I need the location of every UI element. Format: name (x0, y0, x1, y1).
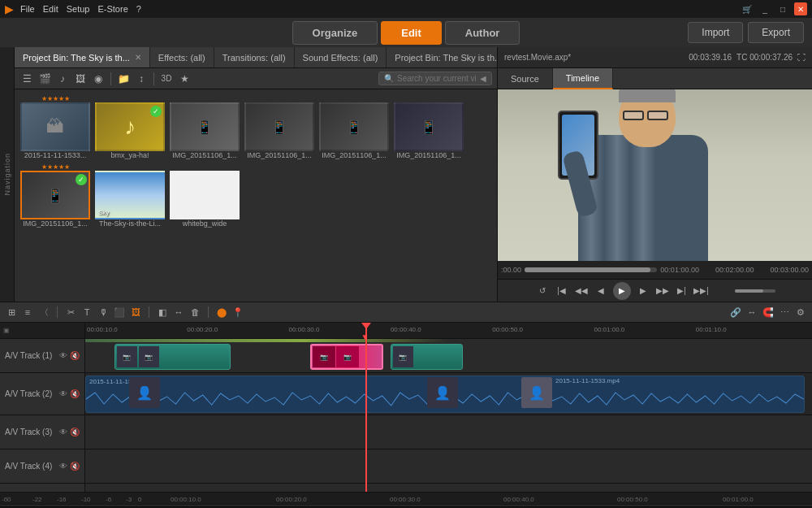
tab-project-bin-1[interactable]: Project Bin: The Sky is th... ✕ (15, 47, 150, 68)
tl-audio-icon[interactable]: 🎙 (97, 306, 110, 319)
author-tab[interactable]: Author (445, 21, 520, 45)
image-icon[interactable]: 🖼 (73, 72, 88, 86)
preview-expand-icon[interactable]: ⛶ (797, 53, 806, 62)
loop-icon[interactable]: ↺ (535, 284, 550, 298)
app-icon: ▶ (5, 2, 14, 15)
track-labels: ▣ A/V Track (1) 👁 🔇 A/V Track (2) 👁 🔇 A/… (0, 323, 85, 492)
track-4-mute[interactable]: 🔇 (70, 462, 80, 471)
tab-sound-effects[interactable]: Sound Effects: (all) (295, 47, 387, 68)
timeline-tab[interactable]: Timeline (553, 68, 613, 89)
media-item-5[interactable]: 📱 IMG_20151106_1... (318, 94, 390, 159)
track-1-eye[interactable]: 👁 (59, 351, 67, 360)
tl-text-icon[interactable]: T (80, 306, 93, 319)
clip-1-1[interactable]: 📷 📷 (114, 344, 231, 370)
media-item-9[interactable]: whitebg_wide (169, 163, 240, 228)
media-item-4[interactable]: 📱 IMG_20151106_1... (244, 94, 315, 159)
track-4-name: A/V Track (4) (5, 462, 52, 471)
view-list-icon[interactable]: 📁 (116, 72, 131, 86)
next-clip-btn[interactable]: ▶| (675, 284, 689, 298)
step-fwd-btn[interactable]: ▶ (636, 284, 650, 298)
content-tab-bar: Project Bin: The Sky is th... ✕ Effects:… (15, 47, 497, 68)
person-glasses (623, 111, 672, 120)
import-button[interactable]: Import (688, 22, 743, 43)
track-1-icons: 👁 🔇 (59, 351, 80, 360)
prev-clip-btn[interactable]: |◀ (555, 284, 569, 298)
end-btn[interactable]: ▶▶| (694, 284, 709, 298)
top-navigation: Organize Edit Author Import Export (0, 18, 812, 47)
menu-estore[interactable]: E-Store (97, 4, 127, 14)
track-2-mute[interactable]: 🔇 (70, 389, 80, 398)
media-item-3[interactable]: 📱 IMG_20151106_1... (169, 94, 240, 159)
clip-1-2[interactable]: 📷 (391, 344, 464, 370)
tl-magnet-icon[interactable]: 🧲 (762, 306, 775, 319)
menu-setup[interactable]: Setup (67, 4, 90, 14)
minimize-button[interactable]: 🛒 (741, 2, 754, 15)
tl-media-icon[interactable]: ⬛ (113, 306, 126, 319)
tl-photo-icon[interactable]: 🖼 (129, 306, 142, 319)
tl-transition-icon[interactable]: ◧ (156, 306, 169, 319)
tl-list-icon[interactable]: ≡ (21, 306, 34, 319)
tl-link-icon[interactable]: 🔗 (729, 306, 742, 319)
tl-size-icon[interactable]: ↔ (172, 306, 185, 319)
edit-tab[interactable]: Edit (381, 21, 442, 45)
filter-icon[interactable]: ◉ (91, 72, 106, 86)
preview-timeline-bar: :00.00 00:01:00.00 00:02:00.00 00:03:00.… (498, 261, 812, 279)
view-icon[interactable]: ◀ (480, 74, 486, 83)
track-1-mute[interactable]: 🔇 (70, 351, 80, 360)
tl-red-dot[interactable]: ⬤ (215, 306, 228, 319)
tl-grid-icon[interactable]: ⊞ (5, 306, 18, 319)
minimize-btn[interactable]: _ (758, 2, 771, 15)
timeline-toolbar: ⊞ ≡ 〈 ✂ T 🎙 ⬛ 🖼 ◧ ↔ 🗑 ⬤ 📍 🔗 ↔ 🧲 ⋯ ⚙ (0, 302, 812, 323)
step-back-btn[interactable]: ◀ (594, 284, 608, 298)
stars-1: ★★★★★ (41, 94, 70, 102)
tab-transitions[interactable]: Transitions: (all) (214, 47, 295, 68)
ruler-spacer: ▣ (0, 323, 84, 339)
track-2-eye[interactable]: 👁 (59, 389, 67, 398)
track-3-mute[interactable]: 🔇 (70, 428, 80, 436)
rewind-btn[interactable]: ◀◀ (574, 284, 589, 298)
sort-icon[interactable]: ↕ (134, 72, 149, 86)
tl-more-icon[interactable]: ⋯ (778, 306, 791, 319)
media-item-8[interactable]: Sky The-Sky-is-the-Li... (94, 163, 166, 228)
tl-razor-icon[interactable]: ✂ (64, 306, 77, 319)
fast-fwd-btn[interactable]: ▶▶ (655, 284, 670, 298)
preview-header: revtest.Movie.axp* 00:03:39.16 TC 00:00:… (498, 47, 812, 68)
menu-file[interactable]: File (20, 4, 35, 14)
music-icon[interactable]: ♪ (55, 72, 70, 86)
media-item-2[interactable]: ♪ ✓ bmx_ya-ha! (94, 94, 166, 159)
tl-marker-icon[interactable]: 📍 (231, 306, 244, 319)
ruler-t10: 00:00:10.0 (171, 496, 201, 503)
close-btn[interactable]: ✕ (794, 2, 807, 15)
search-input[interactable] (397, 74, 477, 83)
preview-progress-bar[interactable] (525, 267, 657, 272)
tl-collapse-icon[interactable]: 〈 (37, 306, 50, 319)
tab-project-bin-2[interactable]: Project Bin: The Sky is th... ✕ (387, 47, 497, 68)
show-all-icon[interactable]: ☰ (19, 72, 34, 86)
play-button[interactable]: ▶ (613, 282, 631, 300)
track-4-eye[interactable]: 👁 (59, 462, 67, 471)
organize-tab[interactable]: Organize (292, 21, 378, 45)
media-item-6[interactable]: 📱 IMG_20151106_1... (393, 94, 464, 159)
menu-edit[interactable]: Edit (43, 4, 58, 14)
tl-delete-icon[interactable]: 🗑 (188, 306, 201, 319)
track-row-3 (85, 415, 812, 449)
menu-help[interactable]: ? (136, 4, 141, 14)
rating-icon[interactable]: ★ (177, 72, 192, 86)
tl-settings-icon[interactable]: ⚙ (794, 306, 807, 319)
ruler-neg10: -10 (81, 496, 91, 503)
clip-1-selected[interactable]: 📷 📷 (310, 344, 383, 370)
thumb-8: Sky (95, 171, 165, 219)
export-button[interactable]: Export (748, 22, 804, 43)
tl-arrow-icon[interactable]: ↔ (745, 306, 758, 319)
source-tab[interactable]: Source (498, 68, 553, 89)
volume-bar[interactable] (735, 289, 775, 293)
track-3-eye[interactable]: 👁 (59, 428, 67, 436)
orange-icon[interactable]: 🎬 (37, 72, 52, 86)
media-item-7[interactable]: ★★★★★ 📱 ✓ IMG_20151106_1... (19, 163, 91, 228)
tab-effects[interactable]: Effects: (all) (150, 47, 214, 68)
tab-close-1[interactable]: ✕ (135, 53, 141, 62)
media-item-1[interactable]: ★★★★★ 🏔 2015-11-11-1533... (19, 94, 91, 159)
maximize-btn[interactable]: □ (776, 2, 789, 15)
app-icon-area: ▶ (5, 2, 14, 15)
ruler-2: 00:00:30.0 (289, 326, 320, 333)
